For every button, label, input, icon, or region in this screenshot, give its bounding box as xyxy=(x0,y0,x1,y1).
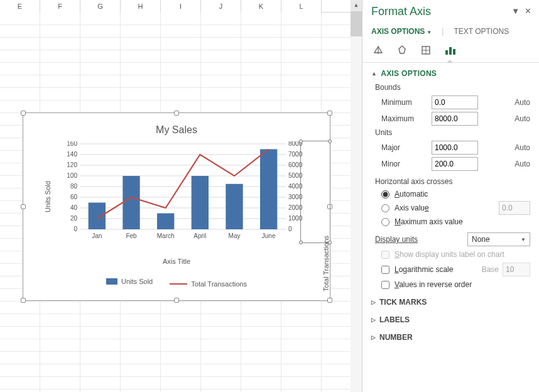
chart-title[interactable]: My Sales xyxy=(23,113,330,136)
minimum-input[interactable] xyxy=(432,95,478,109)
grid-cell[interactable] xyxy=(40,339,80,352)
grid-cell[interactable] xyxy=(40,75,80,88)
resize-handle[interactable] xyxy=(327,111,332,116)
grid-cell[interactable] xyxy=(121,101,161,113)
resize-handle[interactable] xyxy=(21,298,26,303)
grid-cell[interactable] xyxy=(40,25,80,38)
grid-cell[interactable] xyxy=(121,50,161,63)
grid-cell[interactable] xyxy=(241,377,281,389)
grid-cell[interactable] xyxy=(121,377,161,389)
resize-handle[interactable] xyxy=(327,298,332,303)
grid-cell[interactable] xyxy=(121,38,161,50)
grid-cell[interactable] xyxy=(161,327,201,339)
grid-cell[interactable] xyxy=(40,88,80,101)
hac-axis-value-radio[interactable] xyxy=(381,204,389,212)
hac-automatic-radio[interactable] xyxy=(381,190,389,199)
grid-cell[interactable] xyxy=(281,377,322,389)
grid-cell[interactable] xyxy=(0,38,40,50)
grid-cell[interactable] xyxy=(241,88,281,101)
grid-cell[interactable] xyxy=(241,302,281,314)
grid-cell[interactable] xyxy=(281,364,322,377)
grid-cell[interactable] xyxy=(241,314,281,327)
column-header[interactable]: G xyxy=(80,0,121,13)
size-properties-icon[interactable] xyxy=(419,43,433,57)
grid-cell[interactable] xyxy=(241,101,281,113)
grid-cell[interactable] xyxy=(241,352,281,364)
fill-line-icon[interactable] xyxy=(371,43,385,57)
grid-cell[interactable] xyxy=(40,50,80,63)
grid-cell[interactable] xyxy=(80,377,121,389)
grid-cell[interactable] xyxy=(201,63,241,75)
auto-button[interactable]: Auto xyxy=(514,143,530,152)
grid-cell[interactable] xyxy=(201,101,241,113)
grid-cell[interactable] xyxy=(161,314,201,327)
grid-cell[interactable] xyxy=(80,13,121,25)
grid-cell[interactable] xyxy=(80,50,121,63)
grid-cell[interactable] xyxy=(161,50,201,63)
column-header[interactable]: J xyxy=(201,0,241,13)
major-input[interactable] xyxy=(432,141,478,155)
grid-cell[interactable] xyxy=(241,63,281,75)
grid-cell[interactable] xyxy=(241,25,281,38)
grid-cell[interactable] xyxy=(161,88,201,101)
grid-cell[interactable] xyxy=(40,364,80,377)
grid-cell[interactable] xyxy=(161,38,201,50)
column-header[interactable]: K xyxy=(241,0,281,13)
resize-handle[interactable] xyxy=(174,298,179,303)
grid-cell[interactable] xyxy=(201,50,241,63)
grid-cell[interactable] xyxy=(80,339,121,352)
section-tick-marks[interactable]: ▷TICK MARKS xyxy=(371,298,531,307)
grid-cell[interactable] xyxy=(201,302,241,314)
section-number[interactable]: ▷NUMBER xyxy=(371,333,531,342)
grid-cell[interactable] xyxy=(80,101,121,113)
scroll-up-button[interactable]: ▲ xyxy=(351,0,362,11)
grid-cell[interactable] xyxy=(80,63,121,75)
plot-area[interactable]: 0204060801001201401600100020003000400050… xyxy=(61,141,312,242)
grid-cell[interactable] xyxy=(281,302,322,314)
grid-cell[interactable] xyxy=(241,50,281,63)
grid-cell[interactable] xyxy=(80,302,121,314)
grid-cell[interactable] xyxy=(0,13,40,25)
grid-cell[interactable] xyxy=(281,314,322,327)
grid-cell[interactable] xyxy=(80,88,121,101)
grid-cell[interactable] xyxy=(281,50,322,63)
column-header[interactable]: F xyxy=(40,0,80,13)
effects-icon[interactable] xyxy=(395,43,409,57)
grid-cell[interactable] xyxy=(0,327,40,339)
grid-cell[interactable] xyxy=(40,377,80,389)
grid-cell[interactable] xyxy=(40,389,80,392)
grid-cell[interactable] xyxy=(0,389,40,392)
grid-cell[interactable] xyxy=(201,339,241,352)
grid-cell[interactable] xyxy=(281,389,322,392)
grid-cell[interactable] xyxy=(281,38,322,50)
auto-button[interactable]: Auto xyxy=(514,98,530,107)
section-labels[interactable]: ▷LABELS xyxy=(371,315,531,324)
grid-cell[interactable] xyxy=(121,13,161,25)
column-header[interactable]: L xyxy=(281,0,322,13)
grid-cell[interactable] xyxy=(121,302,161,314)
auto-button[interactable]: Auto xyxy=(514,160,530,168)
column-header[interactable]: E xyxy=(0,0,40,13)
grid-cell[interactable] xyxy=(80,75,121,88)
grid-cell[interactable] xyxy=(281,13,322,25)
grid-cell[interactable] xyxy=(40,63,80,75)
vertical-scrollbar[interactable]: ▲ xyxy=(351,0,362,392)
grid-cell[interactable] xyxy=(0,63,40,75)
secondary-axis-selection[interactable] xyxy=(300,141,330,243)
grid-cell[interactable] xyxy=(0,101,40,113)
chart-legend[interactable]: Units Sold Total Transactions xyxy=(23,278,330,288)
grid-cell[interactable] xyxy=(241,389,281,392)
grid-cell[interactable] xyxy=(201,352,241,364)
reverse-order-checkbox[interactable] xyxy=(381,281,389,289)
grid-cell[interactable] xyxy=(161,75,201,88)
grid-cell[interactable] xyxy=(201,314,241,327)
grid-cell[interactable] xyxy=(40,327,80,339)
grid-cell[interactable] xyxy=(0,364,40,377)
grid-cell[interactable] xyxy=(121,389,161,392)
chart-object[interactable]: My Sales Units Sold Total Transactions 0… xyxy=(23,112,330,301)
grid-cell[interactable] xyxy=(201,88,241,101)
grid-cell[interactable] xyxy=(201,75,241,88)
tab-axis-options[interactable]: AXIS OPTIONS▼ xyxy=(371,27,432,36)
grid-cell[interactable] xyxy=(281,327,322,339)
grid-cell[interactable] xyxy=(0,50,40,63)
